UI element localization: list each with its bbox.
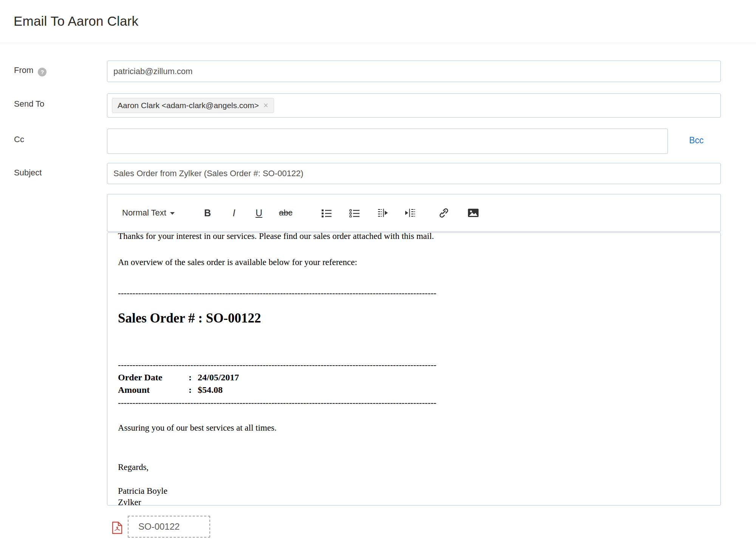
image-icon <box>468 208 479 217</box>
page-header: Email To Aaron Clark <box>0 0 756 43</box>
circle-list-button[interactable] <box>349 205 360 221</box>
indent-icon <box>405 208 416 218</box>
insert-link-button[interactable] <box>438 205 449 221</box>
insert-image-button[interactable] <box>468 205 479 221</box>
underline-button[interactable]: U <box>253 205 265 221</box>
bcc-link[interactable]: Bcc <box>689 135 703 146</box>
circle-list-icon <box>349 208 360 217</box>
sender-company: Zylker <box>118 497 720 505</box>
help-icon[interactable]: ? <box>38 68 46 76</box>
recipient-chip[interactable]: Aaron Clark <adam-clark@angels.com> × <box>112 98 274 113</box>
outdent-button[interactable] <box>377 205 388 221</box>
send-to-label: Send To <box>14 99 44 109</box>
send-to-input[interactable]: Aaron Clark <adam-clark@angels.com> × <box>107 93 721 118</box>
from-label: From? <box>14 65 46 76</box>
outdent-icon <box>377 208 388 218</box>
cc-input[interactable] <box>107 129 668 154</box>
order-date-label: Order Date <box>118 371 189 384</box>
body-closing-line: Assuring you of our best services at all… <box>118 423 720 433</box>
attachment-row: SO-00122 <box>112 516 210 538</box>
chip-remove-icon[interactable]: × <box>263 101 268 110</box>
pdf-file-icon <box>112 521 122 536</box>
from-input[interactable] <box>107 60 721 82</box>
italic-button[interactable]: I <box>228 205 240 221</box>
from-label-text: From <box>14 65 33 75</box>
body-regards: Regards, <box>118 462 720 473</box>
amount-row: Amount:$54.08 <box>118 384 720 396</box>
colon: : <box>189 384 192 396</box>
email-body-editor[interactable]: Thanks for your interest in our services… <box>107 233 721 505</box>
subject-label: Subject <box>14 168 42 178</box>
chevron-down-icon <box>170 212 175 215</box>
body-divider: ----------------------------------------… <box>118 360 720 371</box>
attachment-file-name: SO-00122 <box>138 521 180 532</box>
colon: : <box>189 371 192 384</box>
format-selector-label: Normal Text <box>122 208 166 218</box>
body-divider: ----------------------------------------… <box>118 288 720 299</box>
body-intro-line1: Thanks for your interest in our services… <box>118 233 720 242</box>
indent-button[interactable] <box>405 205 416 221</box>
amount-label: Amount <box>118 384 189 396</box>
editor-toolbar: Normal Text B I U abc <box>107 194 721 232</box>
cc-label: Cc <box>14 135 24 144</box>
link-icon <box>438 208 449 218</box>
bullet-list-icon <box>321 208 332 217</box>
order-date-value: 24/05/2017 <box>198 372 239 382</box>
sales-order-heading: Sales Order # : SO-00122 <box>118 310 720 327</box>
body-intro-line2: An overview of the sales order is availa… <box>118 257 720 268</box>
amount-value: $54.08 <box>198 385 223 395</box>
format-selector-dropdown[interactable]: Normal Text <box>122 208 175 218</box>
bold-button[interactable]: B <box>202 205 213 221</box>
recipient-chip-label: Aaron Clark <adam-clark@angels.com> <box>118 101 259 110</box>
order-date-row: Order Date:24/05/2017 <box>118 371 720 384</box>
bullet-list-button[interactable] <box>321 205 332 221</box>
sender-name: Patricia Boyle <box>118 485 720 497</box>
page-title: Email To Aaron Clark <box>14 14 138 29</box>
subject-input[interactable] <box>107 163 721 184</box>
body-divider: ----------------------------------------… <box>118 398 720 408</box>
strikethrough-button[interactable]: abc <box>279 205 292 221</box>
attachment-chip[interactable]: SO-00122 <box>128 516 210 538</box>
